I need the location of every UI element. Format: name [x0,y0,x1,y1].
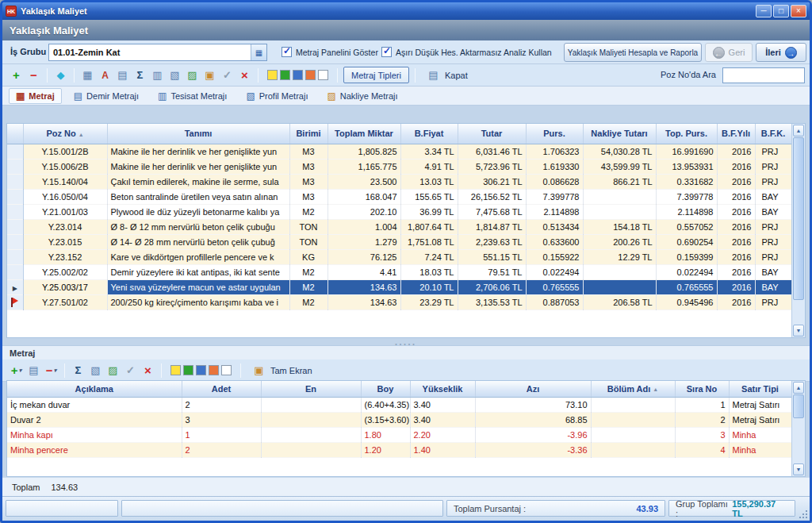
col-header-bolum-adi[interactable]: Bölüm Adı▲ [591,381,675,397]
table-row[interactable]: İç mekan duvar2(6.40+4.35)3.4073.101Metr… [7,397,791,412]
col-header-bf-yili[interactable]: B.F.Yılı [717,124,755,144]
col-header-azi[interactable]: Azı [475,381,591,397]
cell: 2016 [717,234,755,249]
maximize-button[interactable]: □ [773,5,789,17]
col-header-poz-no[interactable]: Poz No▲ [23,124,107,144]
col-header-bfiyat[interactable]: B.Fiyat [400,124,458,144]
add-row-icon[interactable]: + [9,67,24,83]
tab-metraj[interactable]: ▦ Metraj [9,88,62,104]
color-swatch[interactable] [183,365,193,375]
font-icon[interactable]: A [98,67,113,83]
table-row[interactable]: Y.15.001/2BMakine ile her derinlik ve he… [7,144,791,159]
col-header-boy[interactable]: Boy [361,381,410,397]
asiri-dusuk-checkbox[interactable] [381,47,392,57]
table-row[interactable]: Y.23.015Ø 14- Ø 28 mm nervürlü beton çel… [7,234,791,249]
format-painter-icon[interactable]: ◆ [53,67,68,83]
color-swatch[interactable] [267,70,278,80]
table-row[interactable]: Y.21.001/03Plywood ile düz yüzeyli beton… [7,204,791,219]
col-header-bfk[interactable]: B.F.K. [755,124,791,144]
export-icon[interactable]: ▧ [167,67,182,83]
cell: 154.18 TL [583,219,656,234]
scroll-up-button[interactable]: ▲ [793,125,804,137]
tab-tesisat-metraji[interactable]: ▥ Tesisat Metrajı [151,88,234,104]
table-row[interactable]: Y.16.050/04Beton santralinde üretilen ve… [7,189,791,204]
col-header-yukseklik[interactable]: Yükseklik [410,381,475,397]
poz-search-input[interactable] [722,67,805,83]
col-header-tutar[interactable]: Tutar [458,124,526,144]
grid-layout-icon[interactable]: ▥ [150,67,165,83]
tab-nakliye-metraji[interactable]: ▨ Nakliye Metrajı [320,88,404,104]
scroll-down-button[interactable]: ▼ [793,463,804,475]
col-header-satir-tipi[interactable]: Satır Tipi [729,381,791,397]
edit-cell-icon[interactable]: ▤ [115,67,130,83]
table-row[interactable]: Y.15.140/04Çakıl temin edilerek, makine … [7,174,791,189]
color-swatch[interactable] [209,365,219,375]
table-row[interactable]: ▶Y.25.003/17Yeni sıva yüzeylere macun ve… [7,279,791,294]
is-grubu-select[interactable]: 01.01-Zemin Kat ▦ [48,44,267,61]
export-icon[interactable]: ▧ [88,363,103,378]
col-header-nakliye-tutari[interactable]: Nakliye Tutarı [583,124,656,144]
resize-grip[interactable] [799,510,808,519]
add-metraj-row-icon[interactable]: +▾ [9,363,24,378]
scroll-up-button[interactable]: ▲ [793,382,804,394]
cancel-icon[interactable]: × [140,363,155,378]
tab-profil-metraji[interactable]: ▧ Profil Metrajı [239,88,315,104]
table-row[interactable]: Duvar 23(3.15+3.60)3.4068.852Metraj Satı… [7,412,791,427]
table-row[interactable]: Y.25.002/02Demir yüzeylere iki kat antip… [7,264,791,279]
close-button[interactable]: × [791,5,806,17]
copy-row-icon[interactable]: ▤ [26,363,41,378]
sum-icon[interactable]: Σ [71,363,86,378]
minimize-button[interactable]: ─ [756,5,772,17]
col-header-adet[interactable]: Adet [182,381,261,397]
apply-icon[interactable]: ✓ [220,67,235,83]
color-swatch[interactable] [170,365,181,375]
color-swatch[interactable] [318,70,328,80]
col-header-en[interactable]: En [261,381,361,397]
kapat-button[interactable]: ▤ Kapat [421,67,473,83]
table-row[interactable]: Minha pencere21.201.40-3.364Minha [7,442,791,457]
scroll-down-button[interactable]: ▼ [793,325,804,336]
table-row[interactable]: Minha kapı11.802.20-3.963Minha [7,427,791,442]
table-row[interactable]: Y.27.501/02200/250 kg kireç/çimento karı… [7,294,791,310]
is-grubu-dropdown-button[interactable]: ▦ [251,44,266,60]
scrollbar-thumb[interactable] [793,137,804,300]
metraj-tipleri-button[interactable]: Metraj Tipleri [343,67,409,83]
delete-row-icon[interactable]: − [26,67,41,83]
color-swatch[interactable] [221,365,232,375]
col-header-sira-no[interactable]: Sıra No [675,381,729,397]
main-table-scrollbar[interactable]: ▲ ▼ [791,124,805,337]
metraj-panel-checkbox[interactable] [282,47,292,57]
col-header-birimi[interactable]: Birimi [289,124,327,144]
apply-icon[interactable]: ✓ [123,363,138,378]
color-swatch[interactable] [293,70,303,80]
table-row[interactable]: Y.23.014Ø 8- Ø 12 mm nervürlü beton çeli… [7,219,791,234]
tab-demir-metraji[interactable]: ▤ Demir Metrajı [67,88,146,104]
panel-splitter[interactable] [2,338,810,345]
metraj-table-scrollbar[interactable]: ▲ ▼ [791,381,805,476]
hesapla-raporla-button[interactable]: Yaklaşık Maliyeti Hesapla ve Raporla [564,43,702,62]
sum-icon[interactable]: Σ [132,67,147,83]
table-row[interactable]: Y.15.006/2BMakine ile her derinlik ve he… [7,159,791,174]
col-header-toplam-miktar[interactable]: Toplam Miktar [327,124,400,144]
cell: -3.96 [475,427,591,442]
delete-metraj-row-icon[interactable]: −▾ [44,363,59,378]
table-row[interactable]: Y.23.152Kare ve dikdörtgen profillerle p… [7,249,791,264]
cancel-icon[interactable]: × [237,67,252,83]
color-swatch[interactable] [280,70,290,80]
color-swatch[interactable] [305,70,316,80]
save-icon[interactable]: ▣ [202,67,217,83]
col-header-tanimi[interactable]: Tanımı [107,124,289,144]
import-icon[interactable]: ▨ [105,363,121,378]
color-swatch[interactable] [196,365,206,375]
geri-button[interactable]: ← Geri [705,43,753,62]
table-columns-icon[interactable]: ▦ [80,67,95,83]
scrollbar-thumb[interactable] [793,394,804,418]
tam-ekran-button[interactable]: ▣ Tam Ekran [247,362,317,379]
refresh-icon[interactable]: ▨ [185,67,200,83]
col-header-aciklama[interactable]: Açıklama [7,381,182,397]
col-header-purs[interactable]: Purs. [526,124,583,144]
col-header-top-purs[interactable]: Top. Purs. [656,124,717,144]
geri-label: Geri [729,48,745,57]
fullscreen-icon: ▣ [251,363,266,378]
ileri-button[interactable]: İleri → [756,43,806,62]
